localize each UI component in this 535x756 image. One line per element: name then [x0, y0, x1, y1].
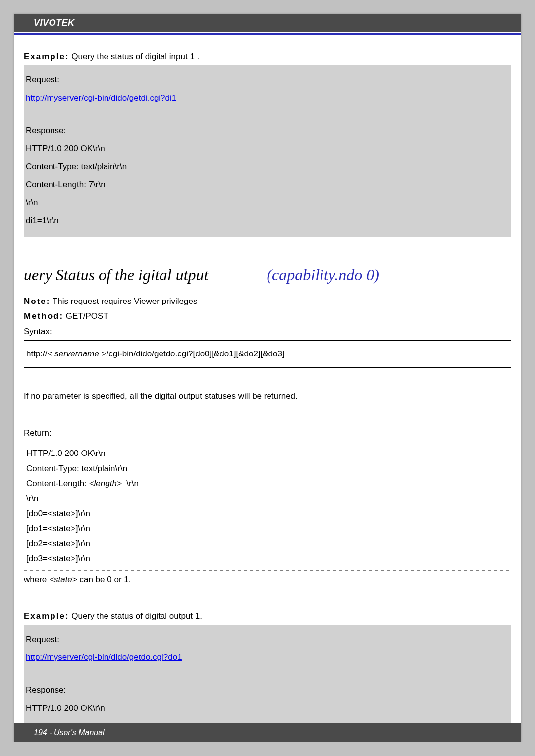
- method-label: Method:: [24, 311, 63, 321]
- no-param-text: If no parameter is specified, all the di…: [24, 390, 511, 403]
- brand-name: VIVOTEK: [34, 18, 75, 28]
- syntax-line: http://< servername >/cgi-bin/dido/getdo…: [26, 348, 509, 360]
- syntax-label: Syntax:: [24, 325, 511, 338]
- dashed-border-bottom: [24, 570, 511, 571]
- response-line: \r\n: [26, 196, 509, 209]
- response-line: HTTP/1.0 200 OK\r\n: [26, 702, 509, 715]
- return-box: HTTP/1.0 200 OK\r\n Content-Type: text/p…: [24, 442, 511, 571]
- note-line: Note: This request requires Viewer privi…: [24, 295, 511, 308]
- return-line: [do1=<state>]\r\n: [26, 522, 509, 535]
- footer-text: 194 - User's Manual: [34, 728, 105, 737]
- note-label: Note:: [24, 297, 50, 306]
- example2-heading: Example: Query the status of digital out…: [24, 610, 511, 623]
- request-label: Request:: [26, 633, 509, 646]
- example2-request-url[interactable]: http://myserver/cgi-bin/dido/getdo.cgi?d…: [26, 653, 182, 662]
- method-line: Method: GET/POST: [24, 310, 511, 323]
- return-label: Return:: [24, 427, 511, 440]
- response-line: HTTP/1.0 200 OK\r\n: [26, 142, 509, 155]
- return-line: Content-Type: text/plain\r\n: [26, 462, 509, 475]
- document-page: VIVOTEK Example: Query the status of dig…: [14, 14, 521, 742]
- return-line: [do2=<state>]\r\n: [26, 537, 509, 550]
- note-text: This request requires Viewer privileges: [53, 297, 198, 306]
- syntax-box: http://< servername >/cgi-bin/dido/getdo…: [24, 340, 511, 368]
- example1-request-url[interactable]: http://myserver/cgi-bin/dido/getdi.cgi?d…: [26, 93, 176, 102]
- return-line: \r\n: [26, 492, 509, 505]
- dashed-border-top: [24, 442, 511, 442]
- page-footer: 194 - User's Manual: [14, 723, 521, 742]
- example1-block: Request: http://myserver/cgi-bin/dido/ge…: [24, 65, 511, 237]
- example-label: Example:: [24, 611, 69, 621]
- response-label: Response:: [26, 684, 509, 697]
- return-line: [do0=<state>]\r\n: [26, 507, 509, 520]
- example1-heading: Example: Query the status of digital inp…: [24, 50, 511, 63]
- example2-desc: Query the status of digital output 1.: [71, 611, 202, 621]
- section-heading: uery Status of the igital utput (capabil…: [24, 266, 511, 284]
- section-title: uery Status of the igital utput: [24, 266, 208, 284]
- where-line: where <state> can be 0 or 1.: [24, 573, 511, 586]
- section-capability: (capability.ndo 0): [267, 266, 379, 284]
- example-label: Example:: [24, 52, 69, 61]
- request-label: Request:: [26, 73, 509, 86]
- example1-desc: Query the status of digital input 1 .: [71, 52, 199, 61]
- brand-header: VIVOTEK: [14, 14, 521, 32]
- page-content: Example: Query the status of digital inp…: [14, 35, 521, 742]
- return-line: Content-Length: <length> \r\n: [26, 477, 509, 490]
- return-line: HTTP/1.0 200 OK\r\n: [26, 447, 509, 460]
- response-line: di1=1\r\n: [26, 214, 509, 227]
- syntax-servername: servername: [54, 349, 99, 358]
- response-line: Content-Length: 7\r\n: [26, 178, 509, 191]
- response-label: Response:: [26, 124, 509, 137]
- response-line: Content-Type: text/plain\r\n: [26, 160, 509, 173]
- method-value: GET/POST: [66, 311, 108, 321]
- return-line: [do3=<state>]\r\n: [26, 553, 509, 565]
